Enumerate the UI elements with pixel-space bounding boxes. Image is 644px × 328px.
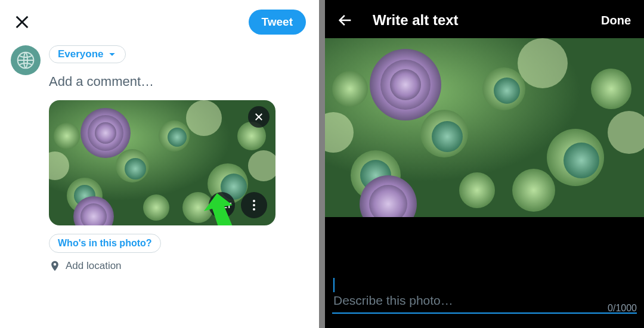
avatar[interactable] (11, 45, 41, 75)
compose-header: Tweet (0, 0, 319, 41)
close-icon[interactable] (13, 13, 31, 31)
alt-text-input[interactable] (332, 290, 637, 314)
arrow-left-icon (337, 12, 354, 29)
svg-point-38 (432, 121, 463, 152)
svg-point-46 (518, 38, 568, 88)
back-button[interactable] (336, 11, 355, 30)
location-pin-icon (49, 260, 61, 272)
svg-point-14 (168, 128, 187, 147)
character-counter: 0/1000 (608, 303, 637, 314)
text-cursor (333, 278, 335, 292)
alt-label: +ALT (212, 201, 231, 210)
add-location-label: Add location (66, 260, 122, 272)
svg-point-18 (95, 122, 116, 144)
media-action-row: +ALT (209, 192, 267, 218)
svg-point-39 (494, 78, 520, 104)
alt-editor-title: Write alt text (355, 12, 601, 29)
chevron-down-icon (107, 49, 117, 59)
svg-point-21 (186, 100, 222, 136)
svg-point-36 (459, 172, 495, 208)
audience-selector[interactable]: Everyone (49, 45, 126, 63)
svg-point-10 (54, 123, 80, 149)
tag-people-button[interactable]: Who's in this photo? (49, 234, 161, 253)
done-button[interactable]: Done (601, 14, 631, 27)
pane-divider (319, 0, 325, 328)
remove-media-button[interactable] (248, 106, 270, 128)
svg-point-13 (125, 158, 146, 180)
alt-editor-media-preview (325, 38, 644, 217)
media-more-button[interactable] (241, 192, 267, 218)
svg-point-37 (564, 143, 599, 178)
tweet-text-input[interactable]: Add a comment… (49, 74, 308, 89)
alt-text-input-area: 0/1000 (325, 290, 644, 314)
svg-point-43 (390, 69, 421, 100)
alt-text-editor-pane: Write alt text Done (325, 0, 644, 328)
compose-tweet-pane: Tweet Everyone Add a comment… (0, 0, 319, 328)
svg-point-34 (512, 169, 555, 212)
more-icon (253, 200, 255, 211)
compose-body: Everyone Add a comment… (0, 41, 319, 274)
svg-point-35 (332, 71, 368, 107)
add-alt-text-button[interactable]: +ALT (209, 192, 235, 218)
add-location-button[interactable]: Add location (49, 260, 308, 274)
svg-point-11 (143, 194, 169, 221)
svg-point-33 (591, 69, 631, 109)
close-icon (253, 112, 264, 122)
audience-label: Everyone (58, 48, 104, 60)
tweet-button[interactable]: Tweet (249, 10, 306, 35)
attached-media: +ALT (49, 100, 275, 225)
alt-editor-header: Write alt text Done (325, 0, 644, 38)
compose-column: Everyone Add a comment… (49, 45, 308, 274)
